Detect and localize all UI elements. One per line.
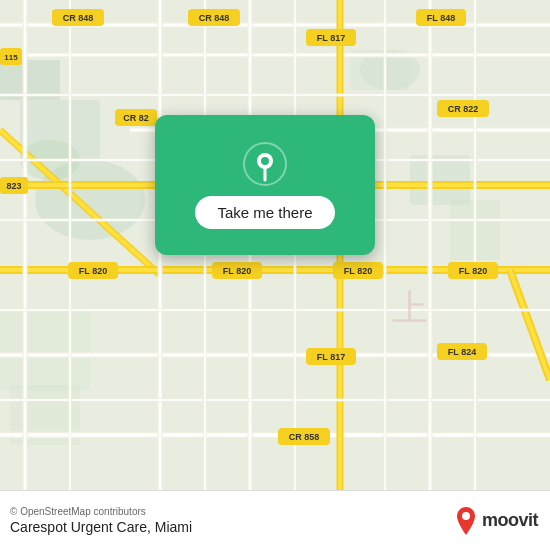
svg-text:FL 817: FL 817 bbox=[317, 352, 345, 362]
map-container: CR 848 CR 848 FL 848 FL 817 CR 822 115 8… bbox=[0, 0, 550, 490]
svg-text:上: 上 bbox=[392, 287, 428, 328]
svg-text:FL 820: FL 820 bbox=[459, 266, 487, 276]
copyright-text: © OpenStreetMap contributors bbox=[10, 506, 192, 517]
svg-text:115: 115 bbox=[4, 53, 18, 62]
bottom-left-info: © OpenStreetMap contributors Carespot Ur… bbox=[10, 506, 192, 535]
svg-text:CR 822: CR 822 bbox=[448, 104, 479, 114]
bottom-bar: © OpenStreetMap contributors Carespot Ur… bbox=[0, 490, 550, 550]
svg-text:CR 848: CR 848 bbox=[199, 13, 230, 23]
moovit-text: moovit bbox=[482, 510, 538, 531]
take-me-there-button[interactable]: Take me there bbox=[195, 196, 334, 229]
location-pin-icon bbox=[243, 142, 287, 186]
svg-rect-9 bbox=[0, 310, 90, 390]
moovit-logo: moovit bbox=[454, 507, 538, 535]
location-title: Carespot Urgent Care, Miami bbox=[10, 519, 192, 535]
svg-text:CR 858: CR 858 bbox=[289, 432, 320, 442]
svg-text:CR 82: CR 82 bbox=[123, 113, 149, 123]
svg-text:FL 820: FL 820 bbox=[223, 266, 251, 276]
svg-point-94 bbox=[261, 157, 269, 165]
svg-rect-7 bbox=[410, 155, 470, 205]
svg-text:823: 823 bbox=[6, 181, 21, 191]
svg-point-95 bbox=[462, 512, 470, 520]
location-popup: Take me there bbox=[155, 115, 375, 255]
svg-text:FL 848: FL 848 bbox=[427, 13, 455, 23]
moovit-pin-icon bbox=[454, 507, 478, 535]
svg-text:CR 848: CR 848 bbox=[63, 13, 94, 23]
svg-text:FL 820: FL 820 bbox=[344, 266, 372, 276]
svg-text:FL 820: FL 820 bbox=[79, 266, 107, 276]
svg-text:FL 817: FL 817 bbox=[317, 33, 345, 43]
svg-text:FL 824: FL 824 bbox=[448, 347, 476, 357]
